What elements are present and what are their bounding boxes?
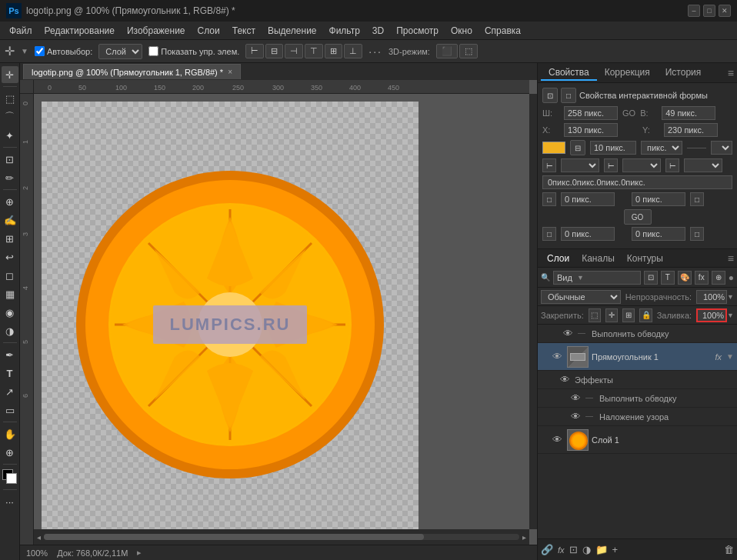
vis-effects[interactable]: 👁 (558, 373, 572, 387)
pad-check2[interactable]: □ (690, 192, 704, 206)
tab-channels[interactable]: Каналы (575, 252, 621, 265)
align-center-btn[interactable]: ⊟ (265, 44, 283, 58)
align3[interactable]: ⊢ (665, 158, 679, 172)
search-box[interactable]: Вид ▼ (553, 271, 641, 285)
vis-stroke-sub[interactable]: 👁 (569, 392, 582, 405)
align-dropdown3[interactable] (684, 158, 722, 172)
history-tool[interactable]: ↩ (2, 248, 18, 265)
pad-right-input[interactable] (632, 192, 685, 206)
brush-tool[interactable]: ✍ (2, 212, 18, 228)
address-field[interactable]: 0пикс.0пикс.0пикс.0пикс. (542, 175, 732, 189)
filter-btn5[interactable]: ⊕ (712, 271, 725, 285)
filter-toggle[interactable]: ● (729, 272, 734, 283)
menu-item-редактирование[interactable]: Редактирование (38, 24, 121, 38)
window-controls[interactable]: – □ ✕ (688, 5, 731, 17)
show-transform-label[interactable]: Показать упр. элем. (148, 46, 239, 56)
fill-arrow[interactable]: ▼ (727, 312, 734, 319)
fill-input[interactable] (696, 308, 727, 322)
pad-left-input[interactable] (632, 227, 685, 241)
threed-btn2[interactable]: ⬚ (459, 44, 478, 58)
menu-item-фильтр[interactable]: Фильтр (323, 24, 366, 38)
size-input[interactable] (590, 141, 636, 155)
menu-item-просмотр[interactable]: Просмотр (390, 24, 445, 38)
prop-icon3[interactable]: ⊟ (570, 140, 585, 155)
align-left-btn[interactable]: ⊢ (245, 44, 264, 58)
selection-tool[interactable]: ⬚ (2, 90, 18, 107)
menu-item-справка[interactable]: Справка (479, 24, 527, 38)
vis-layer1[interactable]: 👁 (550, 433, 564, 447)
go-button[interactable]: GO (624, 209, 652, 225)
lock-pixels-btn[interactable]: ⬚ (589, 308, 601, 322)
scroll-thumb[interactable] (44, 534, 424, 540)
wand-tool[interactable]: ✦ (2, 127, 18, 144)
adjustment-btn[interactable]: ◑ (582, 544, 591, 555)
zoom-tool[interactable]: ⊕ (2, 444, 18, 461)
lock-artboard-btn[interactable]: ⊞ (622, 308, 635, 322)
pad-check1[interactable]: □ (542, 192, 556, 206)
vis-pattern[interactable]: 👁 (569, 410, 582, 424)
layer-item-pattern[interactable]: 👁 Наложение узора (538, 408, 737, 426)
show-transform-checkbox[interactable] (148, 46, 158, 56)
pad-bottom-input[interactable] (561, 227, 615, 241)
pad-top-input[interactable] (561, 192, 615, 206)
dodge-tool[interactable]: ◑ (2, 322, 18, 339)
mask-btn[interactable]: ⊡ (569, 544, 578, 555)
tab-close-btn[interactable]: × (228, 68, 232, 76)
scroll-right[interactable] (529, 94, 537, 529)
go-label[interactable]: GO (622, 108, 635, 118)
fg-color[interactable] (2, 469, 18, 485)
prop-icon1[interactable]: ⊡ (542, 88, 558, 103)
align1[interactable]: ⊢ (542, 158, 556, 172)
align2[interactable]: ⊢ (604, 158, 618, 172)
align-dropdown1[interactable] (561, 158, 599, 172)
width-input[interactable] (564, 106, 618, 120)
blur-tool[interactable]: ◉ (2, 304, 18, 321)
tab-correction[interactable]: Коррекция (597, 65, 658, 81)
x-input[interactable] (564, 123, 618, 137)
menu-item-слои[interactable]: Слои (192, 24, 226, 38)
gradient-tool[interactable]: ▦ (2, 285, 18, 302)
new-layer-btn[interactable]: + (612, 544, 619, 555)
blend-mode-select[interactable]: Обычные (541, 290, 621, 304)
search-dropdown-arrow[interactable]: ▼ (577, 274, 584, 282)
type-dropdown[interactable] (711, 141, 732, 155)
minimize-button[interactable]: – (688, 5, 700, 17)
layer-item-execute-stroke-top[interactable]: 👁 Выполнить обводку (538, 325, 737, 343)
tab-properties[interactable]: Свойства (541, 65, 597, 81)
layer-item-rect1[interactable]: 👁 Прямоугольник 1 fx ▼ (538, 343, 737, 371)
layer-item-stroke-sub[interactable]: 👁 Выполнить обводку (538, 389, 737, 408)
size-dropdown[interactable]: пикс. (641, 141, 682, 155)
crop-tool[interactable]: ⊡ (2, 151, 18, 168)
filter-btn1[interactable]: ⊡ (644, 271, 658, 285)
path-tool[interactable]: ↗ (2, 383, 18, 400)
scroll-right-arrow[interactable]: ▸ (522, 533, 526, 542)
filter-btn4[interactable]: fx (695, 271, 709, 285)
extra-tools[interactable]: ··· (2, 493, 18, 510)
fill-control[interactable]: ▼ (696, 308, 734, 322)
menu-item-текст[interactable]: Текст (226, 24, 262, 38)
lock-move-btn[interactable]: ✛ (605, 308, 618, 322)
eyedrop-tool[interactable]: ✏ (2, 169, 18, 186)
opacity-input[interactable] (696, 290, 727, 304)
move-tool[interactable]: ✛ (2, 66, 18, 83)
menu-item-файл[interactable]: Файл (3, 24, 38, 38)
y-input[interactable] (664, 123, 718, 137)
fx-footer-btn[interactable]: fx (558, 545, 565, 555)
align-right-btn[interactable]: ⊣ (285, 44, 303, 58)
align-top-btn[interactable]: ⊤ (305, 44, 323, 58)
lasso-tool[interactable]: ⌒ (2, 108, 18, 125)
layer-item-effects[interactable]: 👁 Эффекты (538, 371, 737, 389)
height-input[interactable] (662, 106, 715, 120)
close-button[interactable]: ✕ (719, 5, 731, 17)
layer-select[interactable]: Слой (98, 44, 142, 59)
scroll-left-arrow[interactable]: ◂ (37, 533, 41, 542)
align-dropdown2[interactable] (622, 158, 661, 172)
pad-check4[interactable]: □ (690, 227, 704, 241)
menu-item-3d[interactable]: 3D (366, 24, 390, 38)
filter-btn3[interactable]: 🎨 (678, 271, 692, 285)
align-mid-btn[interactable]: ⊞ (325, 44, 342, 58)
panel-menu-btn[interactable]: ≡ (728, 67, 734, 79)
tab-layers[interactable]: Слои (541, 252, 575, 265)
shape-tool[interactable]: ▭ (2, 402, 18, 418)
vis-rect1[interactable]: 👁 (550, 350, 564, 364)
